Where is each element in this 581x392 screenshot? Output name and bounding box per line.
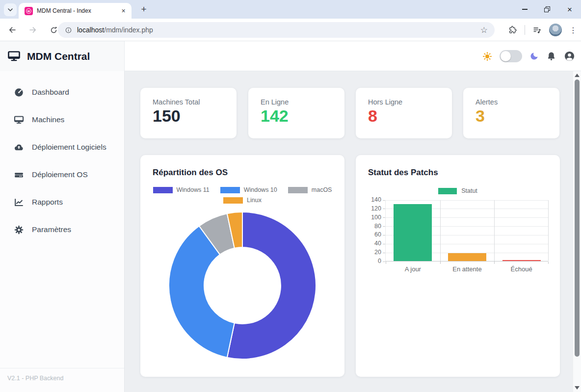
y-tick-mark [383,226,385,227]
moon-icon [529,52,539,61]
stat-label: Alertes [475,98,559,106]
toolbar-separator [525,25,525,35]
bar-Échoué [502,260,541,261]
y-tick-mark [383,209,385,209]
bar-A jour [394,204,432,261]
gear-icon [14,225,24,235]
sidebar-item-rapports[interactable]: Rapports [0,188,124,216]
y-tick-label: 100 [363,214,381,221]
bar-En attente [448,253,486,261]
url-text: localhost/mdm/index.php [77,26,153,34]
category-separator [440,200,441,261]
back-arrow-icon [8,26,17,34]
address-bar[interactable]: localhost/mdm/index.php ☆ [58,22,495,38]
legend-label: Statut [461,187,477,194]
stat-value: 150 [153,107,237,125]
browser-profile-avatar[interactable] [549,24,562,36]
app-header: MDM Central [0,41,581,71]
media-controls-icon[interactable] [532,26,542,35]
chart-line-icon [14,197,24,208]
stat-card-en-ligne: En Ligne 142 [248,88,344,138]
x-axis-label: A jour [386,265,440,273]
sidebar: Dashboard Machines Déploiement Logiciels… [0,71,125,392]
browser-tab[interactable]: w MDM Central - Index × [19,3,132,19]
new-tab-button[interactable]: + [138,4,149,15]
cloud-upload-icon [14,142,24,153]
window-close-button[interactable]: × [558,0,581,19]
sidebar-item-label: Déploiement Logiciels [32,143,106,152]
legend-label: macOS [312,186,332,193]
y-tick-label: 20 [363,249,381,256]
legend-item[interactable]: Windows 10 [220,186,277,193]
stat-card-hors-ligne: Hors Ligne 8 [356,88,452,138]
y-tick-label: 140 [363,196,381,203]
stat-card-machines-total: Machines Total 150 [140,88,237,138]
sidebar-item-deploiement-os[interactable]: Déploiement OS [0,161,124,188]
legend-item[interactable]: Linux [223,197,262,204]
stat-value: 142 [261,107,344,125]
sidebar-item-label: Dashboard [32,88,69,97]
y-tick-label: 120 [363,205,381,212]
os-distribution-card: Répartition des OS Windows 11Windows 10m… [140,155,344,377]
legend-swatch [288,187,308,193]
bell-icon[interactable] [546,51,556,61]
wamp-favicon: w [25,7,33,15]
y-tick-mark [383,235,385,235]
sidebar-item-parametres[interactable]: Paramètres [0,216,124,243]
extensions-puzzle-icon[interactable] [508,26,517,34]
minimize-icon [522,9,528,10]
theme-toggle[interactable] [500,50,522,62]
y-tick-mark [383,244,385,244]
legend-label: Linux [247,197,262,204]
legend-item[interactable]: macOS [288,186,332,193]
y-tick-mark [383,261,385,262]
donut-legend: Windows 11Windows 10macOSLinux [144,186,341,204]
legend-swatch [220,187,240,193]
stat-value: 8 [368,107,452,125]
sidebar-item-dashboard[interactable]: Dashboard [0,78,124,106]
y-tick-label: 0 [363,258,381,264]
stat-card-alertes: Alertes 3 [463,88,559,138]
browser-toolbar: localhost/mdm/index.php ☆ ⋮ [0,19,581,41]
sidebar-item-deploiement-logiciels[interactable]: Déploiement Logiciels [0,133,124,161]
sidebar-item-label: Rapports [32,198,63,207]
forward-button[interactable] [26,23,40,37]
legend-swatch [223,197,243,204]
chart-title: Répartition des OS [153,168,344,178]
x-tick-mark [494,261,495,264]
y-tick-label: 40 [363,240,381,247]
site-info-icon[interactable] [65,26,72,34]
version-footer: V2.1 - PHP Backend [0,368,124,392]
window-restore-button[interactable] [536,0,558,19]
user-profile-icon[interactable] [564,51,575,62]
stat-value: 3 [475,107,559,125]
stat-label: Hors Ligne [368,98,452,106]
bar-legend[interactable]: Statut [356,187,560,194]
sidebar-item-label: Machines [32,115,64,124]
legend-label: Windows 11 [177,186,210,193]
x-tick-mark [548,261,549,264]
scroll-down-arrow[interactable] [575,386,580,390]
tab-search-button[interactable] [4,3,17,16]
chevron-down-icon [8,8,13,11]
scroll-up-arrow[interactable] [575,74,580,77]
sidebar-item-machines[interactable]: Machines [0,106,124,133]
app-brand: MDM Central [0,41,125,71]
legend-swatch [438,188,457,194]
browser-menu-icon[interactable]: ⋮ [569,26,577,35]
category-separator [494,200,495,261]
toggle-knob [501,51,511,61]
sidebar-item-label: Déploiement OS [32,170,88,179]
legend-item[interactable]: Windows 11 [153,186,210,193]
tab-close-icon[interactable]: × [119,7,128,15]
bookmark-star-icon[interactable]: ☆ [480,25,488,35]
back-button[interactable] [5,23,20,37]
x-axis-label: Échoué [494,265,549,273]
app-title: MDM Central [27,51,90,62]
scrollbar-thumb[interactable] [575,79,580,357]
page-scrollbar[interactable] [573,71,581,392]
legend-swatch [153,187,173,193]
close-icon: × [567,5,572,14]
monitor-icon [7,50,21,63]
window-minimize-button[interactable] [513,0,536,19]
